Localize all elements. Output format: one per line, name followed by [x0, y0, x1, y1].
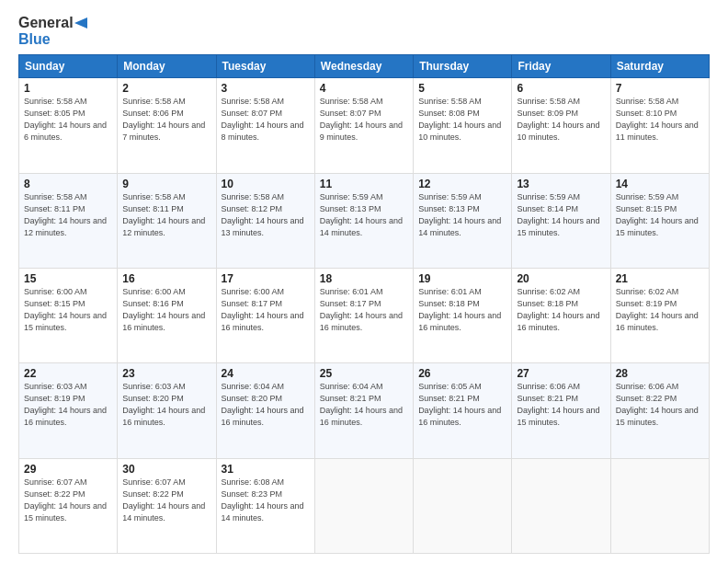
calendar-cell: 9 Sunrise: 5:58 AMSunset: 8:11 PMDayligh… [118, 173, 216, 268]
day-number: 18 [320, 272, 408, 285]
calendar-cell: 19 Sunrise: 6:01 AMSunset: 8:18 PMDaylig… [414, 268, 512, 362]
calendar-cell: 22 Sunrise: 6:03 AMSunset: 8:19 PMDaylig… [19, 363, 118, 458]
day-number: 25 [320, 367, 408, 380]
day-info: Sunrise: 5:58 AMSunset: 8:12 PMDaylight:… [222, 192, 304, 237]
day-number: 13 [517, 178, 605, 190]
day-info: Sunrise: 5:58 AMSunset: 8:09 PMDaylight:… [517, 97, 599, 142]
day-info: Sunrise: 6:08 AMSunset: 8:23 PMDaylight:… [222, 477, 304, 523]
col-header-sunday: Sunday [19, 55, 118, 78]
day-info: Sunrise: 6:00 AMSunset: 8:15 PMDaylight:… [24, 287, 107, 332]
calendar-week-row: 8 Sunrise: 5:58 AMSunset: 8:11 PMDayligh… [19, 173, 710, 268]
calendar-header-row: SundayMondayTuesdayWednesdayThursdayFrid… [19, 55, 710, 78]
calendar-cell: 2 Sunrise: 5:58 AMSunset: 8:06 PMDayligh… [118, 78, 216, 173]
day-number: 28 [616, 367, 704, 380]
calendar-week-row: 1 Sunrise: 5:58 AMSunset: 8:05 PMDayligh… [19, 78, 710, 173]
calendar-cell: 13 Sunrise: 5:59 AMSunset: 8:14 PMDaylig… [512, 173, 610, 268]
calendar-cell: 14 Sunrise: 5:59 AMSunset: 8:15 PMDaylig… [610, 173, 709, 268]
calendar-cell: 1 Sunrise: 5:58 AMSunset: 8:05 PMDayligh… [19, 78, 118, 173]
day-info: Sunrise: 6:06 AMSunset: 8:22 PMDaylight:… [616, 382, 699, 427]
day-number: 10 [222, 178, 310, 190]
day-info: Sunrise: 5:58 AMSunset: 8:07 PMDaylight:… [222, 97, 304, 142]
col-header-friday: Friday [512, 55, 610, 78]
calendar-cell: 11 Sunrise: 5:59 AMSunset: 8:13 PMDaylig… [314, 173, 413, 268]
day-info: Sunrise: 5:58 AMSunset: 8:06 PMDaylight:… [122, 97, 205, 142]
calendar-cell [610, 458, 709, 553]
calendar-cell: 12 Sunrise: 5:59 AMSunset: 8:13 PMDaylig… [414, 173, 512, 268]
day-number: 23 [122, 367, 210, 380]
logo-text: General Blue [18, 15, 87, 47]
day-number: 2 [122, 82, 210, 95]
calendar-cell: 7 Sunrise: 5:58 AMSunset: 8:10 PMDayligh… [610, 78, 709, 173]
day-number: 15 [24, 272, 112, 285]
calendar-cell: 20 Sunrise: 6:02 AMSunset: 8:18 PMDaylig… [512, 268, 610, 362]
day-number: 6 [517, 82, 605, 95]
col-header-monday: Monday [118, 55, 216, 78]
day-info: Sunrise: 6:04 AMSunset: 8:20 PMDaylight:… [222, 382, 304, 427]
calendar-cell: 27 Sunrise: 6:06 AMSunset: 8:21 PMDaylig… [512, 363, 610, 458]
calendar-cell: 24 Sunrise: 6:04 AMSunset: 8:20 PMDaylig… [216, 363, 314, 458]
calendar-cell: 29 Sunrise: 6:07 AMSunset: 8:22 PMDaylig… [19, 458, 118, 553]
day-number: 9 [122, 178, 210, 190]
calendar-cell [414, 458, 512, 553]
day-info: Sunrise: 6:02 AMSunset: 8:18 PMDaylight:… [517, 287, 599, 332]
day-number: 21 [616, 272, 704, 285]
day-info: Sunrise: 6:07 AMSunset: 8:22 PMDaylight:… [122, 477, 205, 523]
day-number: 14 [616, 178, 704, 190]
calendar-cell: 3 Sunrise: 5:58 AMSunset: 8:07 PMDayligh… [216, 78, 314, 173]
calendar-cell: 25 Sunrise: 6:04 AMSunset: 8:21 PMDaylig… [314, 363, 413, 458]
day-info: Sunrise: 6:00 AMSunset: 8:16 PMDaylight:… [122, 287, 205, 332]
day-number: 4 [320, 82, 408, 95]
day-number: 24 [222, 367, 310, 380]
page: General Blue SundayMondayTuesdayWednesda… [0, 0, 728, 563]
logo-bird-icon [74, 16, 87, 30]
day-info: Sunrise: 6:01 AMSunset: 8:18 PMDaylight:… [418, 287, 501, 332]
calendar-table: SundayMondayTuesdayWednesdayThursdayFrid… [18, 54, 710, 554]
day-number: 16 [122, 272, 210, 285]
day-number: 7 [616, 82, 704, 95]
calendar-cell: 4 Sunrise: 5:58 AMSunset: 8:07 PMDayligh… [314, 78, 413, 173]
day-info: Sunrise: 5:58 AMSunset: 8:10 PMDaylight:… [616, 97, 699, 142]
calendar-cell: 10 Sunrise: 5:58 AMSunset: 8:12 PMDaylig… [216, 173, 314, 268]
day-number: 29 [24, 463, 112, 476]
day-info: Sunrise: 5:58 AMSunset: 8:07 PMDaylight:… [320, 97, 403, 142]
logo-general: General [18, 15, 74, 31]
calendar-cell: 21 Sunrise: 6:02 AMSunset: 8:19 PMDaylig… [610, 268, 709, 362]
col-header-tuesday: Tuesday [216, 55, 314, 78]
day-info: Sunrise: 6:00 AMSunset: 8:17 PMDaylight:… [222, 287, 304, 332]
day-number: 1 [24, 82, 112, 95]
day-number: 26 [418, 367, 506, 380]
day-number: 22 [24, 367, 112, 380]
day-info: Sunrise: 5:58 AMSunset: 8:11 PMDaylight:… [24, 192, 107, 237]
col-header-thursday: Thursday [414, 55, 512, 78]
day-info: Sunrise: 6:04 AMSunset: 8:21 PMDaylight:… [320, 382, 403, 427]
day-info: Sunrise: 5:59 AMSunset: 8:13 PMDaylight:… [320, 192, 403, 237]
calendar-cell: 8 Sunrise: 5:58 AMSunset: 8:11 PMDayligh… [19, 173, 118, 268]
day-info: Sunrise: 6:01 AMSunset: 8:17 PMDaylight:… [320, 287, 403, 332]
calendar-cell: 5 Sunrise: 5:58 AMSunset: 8:08 PMDayligh… [414, 78, 512, 173]
day-info: Sunrise: 5:59 AMSunset: 8:13 PMDaylight:… [418, 192, 501, 237]
day-info: Sunrise: 6:03 AMSunset: 8:19 PMDaylight:… [24, 382, 107, 427]
day-number: 5 [418, 82, 506, 95]
day-info: Sunrise: 6:06 AMSunset: 8:21 PMDaylight:… [517, 382, 599, 427]
calendar-cell: 18 Sunrise: 6:01 AMSunset: 8:17 PMDaylig… [314, 268, 413, 362]
day-number: 17 [222, 272, 310, 285]
day-number: 31 [222, 463, 310, 476]
day-info: Sunrise: 6:03 AMSunset: 8:20 PMDaylight:… [122, 382, 205, 427]
day-info: Sunrise: 6:02 AMSunset: 8:19 PMDaylight:… [616, 287, 699, 332]
calendar-cell: 28 Sunrise: 6:06 AMSunset: 8:22 PMDaylig… [610, 363, 709, 458]
calendar-cell: 31 Sunrise: 6:08 AMSunset: 8:23 PMDaylig… [216, 458, 314, 553]
day-info: Sunrise: 5:58 AMSunset: 8:08 PMDaylight:… [418, 97, 501, 142]
calendar-cell: 23 Sunrise: 6:03 AMSunset: 8:20 PMDaylig… [118, 363, 216, 458]
day-number: 12 [418, 178, 506, 190]
calendar-cell: 26 Sunrise: 6:05 AMSunset: 8:21 PMDaylig… [414, 363, 512, 458]
day-number: 27 [517, 367, 605, 380]
calendar-week-row: 29 Sunrise: 6:07 AMSunset: 8:22 PMDaylig… [19, 458, 710, 553]
col-header-wednesday: Wednesday [314, 55, 413, 78]
day-info: Sunrise: 5:59 AMSunset: 8:15 PMDaylight:… [616, 192, 699, 237]
header: General Blue [18, 15, 710, 47]
day-info: Sunrise: 5:59 AMSunset: 8:14 PMDaylight:… [517, 192, 599, 237]
day-info: Sunrise: 5:58 AMSunset: 8:11 PMDaylight:… [122, 192, 205, 237]
calendar-cell: 15 Sunrise: 6:00 AMSunset: 8:15 PMDaylig… [19, 268, 118, 362]
day-number: 19 [418, 272, 506, 285]
col-header-saturday: Saturday [610, 55, 709, 78]
